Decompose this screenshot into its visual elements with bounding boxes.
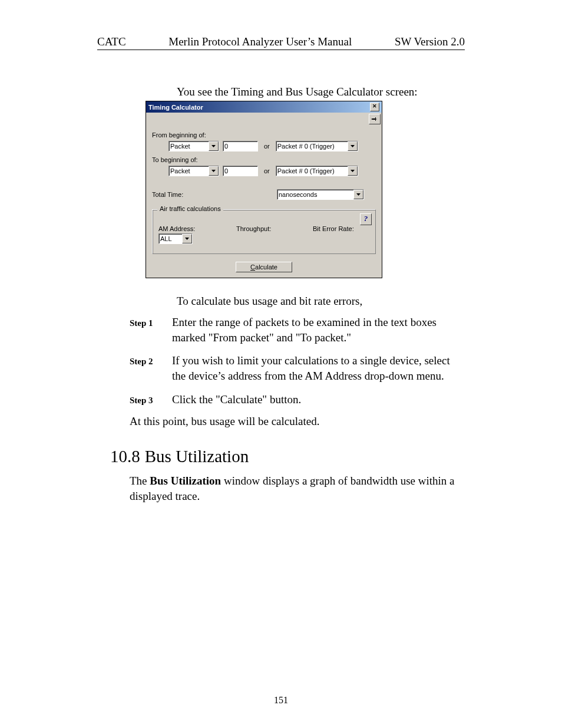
close-button[interactable]: ✕ — [370, 103, 379, 111]
chevron-down-icon — [182, 234, 192, 243]
am-address-label: AM Address: — [158, 225, 236, 232]
help-button[interactable]: ? — [360, 213, 372, 225]
to-packet-value: Packet # 0 (Trigger) — [277, 167, 335, 174]
page-number: 151 — [0, 695, 562, 706]
section-number: 10.8 — [110, 447, 140, 466]
from-packet-value: Packet # 0 (Trigger) — [277, 143, 335, 150]
from-label: From beginning of: — [152, 131, 376, 139]
step-3: Step 3 Click the "Calculate" button. — [130, 392, 465, 407]
timing-calculator-dialog: Timing Calculator ✕ From beginning of: P… — [146, 101, 382, 278]
time-unit-value: nanoseconds — [279, 191, 317, 198]
dialog-titlebar: Timing Calculator ✕ — [146, 101, 382, 113]
chevron-down-icon — [209, 166, 219, 176]
step-text: Enter the range of packets to be examine… — [172, 315, 465, 345]
am-address-value: ALL — [160, 235, 172, 242]
to-index-value: 0 — [224, 167, 228, 174]
calculate-rest: alculate — [255, 263, 277, 271]
pin-icon — [371, 116, 378, 123]
close-icon: ✕ — [372, 103, 377, 109]
or-label-2: or — [264, 167, 270, 174]
total-time-label: Total Time: — [152, 191, 277, 198]
from-index-value: 0 — [224, 143, 228, 150]
pin-button[interactable] — [369, 114, 381, 124]
step-text: If you wish to limit your calculations t… — [172, 353, 465, 383]
section-heading: 10.8Bus Utilization — [110, 447, 465, 466]
step-label: Step 3 — [130, 396, 172, 406]
from-type-combo[interactable]: Packet — [168, 141, 219, 151]
to-index-input[interactable]: 0 — [223, 166, 258, 176]
steps-list: Step 1 Enter the range of packets to be … — [130, 315, 465, 407]
header-right: SW Version 2.0 — [395, 35, 465, 48]
calculate-mnemonic: C — [250, 263, 255, 271]
to-packet-combo[interactable]: Packet # 0 (Trigger) — [276, 166, 358, 176]
to-label: To beginning of: — [152, 156, 376, 163]
bit-error-rate-label: Bit Error Rate: — [313, 225, 354, 232]
intro-text: You see the Timing and Bus Usage Calcula… — [177, 85, 465, 98]
am-address-combo[interactable]: ALL — [158, 233, 193, 244]
or-label-1: or — [264, 143, 270, 150]
chevron-down-icon — [348, 141, 358, 151]
chevron-down-icon — [209, 141, 219, 151]
chevron-down-icon — [353, 190, 363, 199]
step-2: Step 2 If you wish to limit your calcula… — [130, 353, 465, 383]
from-type-value: Packet — [170, 143, 190, 150]
step-label: Step 1 — [130, 318, 172, 328]
header-center: Merlin Protocol Analyzer User’s Manual — [126, 35, 395, 48]
step-label: Step 2 — [130, 357, 172, 367]
header-left: CATC — [97, 35, 126, 48]
followup-text: At this point, bus usage will be calcula… — [130, 415, 465, 428]
chevron-down-icon — [348, 166, 358, 176]
para-bold: Bus Utilization — [150, 475, 221, 487]
step-1: Step 1 Enter the range of packets to be … — [130, 315, 465, 345]
from-packet-combo[interactable]: Packet # 0 (Trigger) — [276, 141, 358, 151]
from-index-input[interactable]: 0 — [223, 141, 258, 151]
time-unit-combo[interactable]: nanoseconds — [277, 189, 364, 200]
calculate-button[interactable]: Calculate — [236, 262, 292, 272]
after-dialog-text: To calculate bus usage and bit rate erro… — [177, 295, 465, 308]
to-type-combo[interactable]: Packet — [168, 166, 219, 176]
step-text: Click the "Calculate" button. — [172, 392, 301, 407]
para-pre: The — [130, 475, 150, 487]
air-traffic-group: Air traffic calculations ? AM Address: T… — [152, 209, 376, 254]
help-icon: ? — [364, 214, 368, 223]
page-header: CATC Merlin Protocol Analyzer User’s Man… — [97, 35, 465, 50]
throughput-label: Throughput: — [236, 225, 313, 232]
to-type-value: Packet — [170, 167, 190, 174]
section-paragraph: The Bus Utilization window displays a gr… — [130, 473, 465, 503]
section-title: Bus Utilization — [145, 447, 249, 466]
group-legend: Air traffic calculations — [157, 205, 223, 212]
dialog-title: Timing Calculator — [148, 104, 203, 111]
